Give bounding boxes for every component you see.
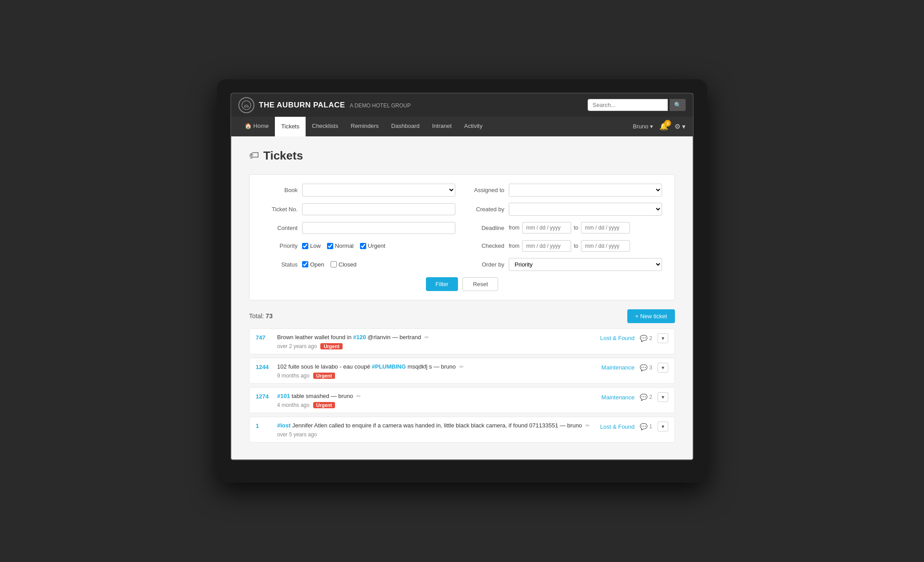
deadline-from-input[interactable] <box>522 222 571 234</box>
brand-sub: A DEMO HOTEL GROUP <box>350 103 411 109</box>
nav-user[interactable]: Bruno ▾ <box>633 123 653 130</box>
ticket-id[interactable]: 1244 <box>256 363 272 370</box>
checked-label: Checked <box>469 242 504 249</box>
ticket-actions-button[interactable]: ▾ <box>658 333 668 343</box>
checked-to-label: to <box>574 243 578 249</box>
deadline-to-input[interactable] <box>581 222 630 234</box>
order-by-select[interactable]: Priority <box>509 258 662 271</box>
filter-actions: Filter Reset <box>262 277 662 291</box>
assigned-to-label: Assigned to <box>469 187 504 193</box>
ticket-meta: 9 months ago Urgent <box>277 373 590 379</box>
page-title: Tickets <box>263 149 303 163</box>
filter-col-order-by: Order by Priority <box>469 258 662 271</box>
filter-col-status: Status Open Closed <box>262 261 455 268</box>
comment-count: 2 <box>649 335 652 341</box>
edit-icon[interactable]: ✏ <box>585 423 590 429</box>
ticket-category[interactable]: Maintenance <box>590 394 634 401</box>
nav-item-activity[interactable]: Activity <box>458 117 489 136</box>
ticket-link[interactable]: #PLUMBING <box>372 363 406 370</box>
brand-name: THE AUBURN PALACE <box>259 101 345 109</box>
comment-icon: 💬 <box>640 394 647 401</box>
priority-low-item[interactable]: Low <box>302 242 321 249</box>
ticket-meta: over 2 years ago Urgent <box>277 343 590 349</box>
edit-icon[interactable]: ✏ <box>459 364 464 370</box>
new-ticket-button[interactable]: + New ticket <box>627 309 675 323</box>
status-closed-checkbox[interactable] <box>331 261 337 267</box>
priority-low-checkbox[interactable] <box>302 243 308 249</box>
ticket-meta: 4 months ago Urgent <box>277 402 590 408</box>
priority-normal-item[interactable]: Normal <box>327 242 354 249</box>
ticket-link[interactable]: #120 <box>353 334 366 340</box>
priority-urgent-checkbox[interactable] <box>360 243 366 249</box>
nav-right: Bruno ▾ 🔔 3 ⚙ ▾ <box>633 122 686 131</box>
ticket-left: 1244 102 fuite sous le lavabo - eau coup… <box>256 363 590 379</box>
ticket-left: 1 #lost Jennifer Atlen called to enquire… <box>256 422 590 438</box>
created-by-label: Created by <box>469 206 504 213</box>
ticket-list: 747 Brown leather wallet found in #120 @… <box>249 328 675 443</box>
page-title-area: 🏷 Tickets <box>249 149 675 163</box>
ticket-comments: 💬 1 <box>640 423 652 430</box>
ticket-title: Brown leather wallet found in #120 @rlan… <box>277 333 590 341</box>
ticket-list-header: Total: 73 + New ticket <box>249 309 675 323</box>
filter-button[interactable]: Filter <box>426 277 458 291</box>
ticket-title: #lost Jennifer Atlen called to enquire i… <box>277 422 590 430</box>
filter-col-book: Book <box>262 184 455 197</box>
checked-to-input[interactable] <box>581 240 630 252</box>
ticket-no-input[interactable] <box>302 203 455 215</box>
ticket-time: 4 months ago <box>277 402 310 408</box>
edit-icon[interactable]: ✏ <box>356 393 361 399</box>
checked-from-input[interactable] <box>522 240 571 252</box>
ticket-actions-button[interactable]: ▾ <box>658 422 668 431</box>
filter-row-1: Book Assigned to <box>262 184 662 197</box>
nav-item-checklists[interactable]: Checklists <box>306 117 344 136</box>
status-open-item[interactable]: Open <box>302 261 324 268</box>
notification-button[interactable]: 🔔 3 <box>659 122 668 131</box>
deadline-from-label: from <box>509 225 519 231</box>
nav-item-tickets[interactable]: Tickets <box>275 117 306 136</box>
nav-item-dashboard[interactable]: Dashboard <box>385 117 426 136</box>
nav-item-home[interactable]: 🏠 Home <box>238 117 275 136</box>
deadline-label: Deadline <box>469 225 504 231</box>
status-open-checkbox[interactable] <box>302 261 308 267</box>
ticket-link[interactable]: #lost <box>277 422 290 429</box>
ticket-category[interactable]: Lost & Found <box>590 335 634 341</box>
ticket-id[interactable]: 747 <box>256 333 272 341</box>
assigned-to-select[interactable] <box>509 184 662 197</box>
brand-logo <box>238 97 254 113</box>
ticket-id[interactable]: 1 <box>256 422 272 429</box>
book-select[interactable] <box>302 184 455 197</box>
priority-normal-checkbox[interactable] <box>327 243 333 249</box>
ticket-left: 747 Brown leather wallet found in #120 @… <box>256 333 590 349</box>
nav-left: 🏠 Home Tickets Checklists Reminders Dash… <box>238 117 489 136</box>
ticket-category[interactable]: Lost & Found <box>590 423 634 430</box>
comment-count: 2 <box>649 394 652 400</box>
search-input[interactable] <box>588 99 668 111</box>
ticket-body: Brown leather wallet found in #120 @rlan… <box>277 333 590 349</box>
status-closed-item[interactable]: Closed <box>331 261 356 268</box>
reset-button[interactable]: Reset <box>462 277 498 291</box>
settings-button[interactable]: ⚙ ▾ <box>675 123 686 131</box>
ticket-category[interactable]: Maintenance <box>590 364 634 371</box>
priority-label: Priority <box>262 242 298 249</box>
notification-badge: 3 <box>664 120 671 127</box>
priority-urgent-item[interactable]: Urgent <box>360 242 385 249</box>
ticket-id[interactable]: 1274 <box>256 392 272 400</box>
edit-icon[interactable]: ✏ <box>425 334 429 340</box>
filter-form: Book Assigned to Ticket No. Crea <box>249 174 675 300</box>
ticket-meta: over 5 years ago <box>277 431 590 438</box>
search-button[interactable]: 🔍 <box>670 99 686 111</box>
created-by-select[interactable] <box>509 203 662 216</box>
ticket-title: 102 fuite sous le lavabo - eau coupé #PL… <box>277 363 590 371</box>
ticket-link[interactable]: #101 <box>277 393 290 399</box>
nav-bar: 🏠 Home Tickets Checklists Reminders Dash… <box>231 117 693 136</box>
content-input[interactable] <box>302 222 455 234</box>
nav-item-intranet[interactable]: Intranet <box>426 117 458 136</box>
total-count: 73 <box>266 312 273 320</box>
ticket-time: over 5 years ago <box>277 431 317 438</box>
content-label: Content <box>262 225 298 231</box>
ticket-row: 747 Brown leather wallet found in #120 @… <box>249 328 675 354</box>
book-label: Book <box>262 187 298 193</box>
ticket-actions-button[interactable]: ▾ <box>658 392 668 402</box>
ticket-actions-button[interactable]: ▾ <box>658 363 668 373</box>
nav-item-reminders[interactable]: Reminders <box>344 117 385 136</box>
